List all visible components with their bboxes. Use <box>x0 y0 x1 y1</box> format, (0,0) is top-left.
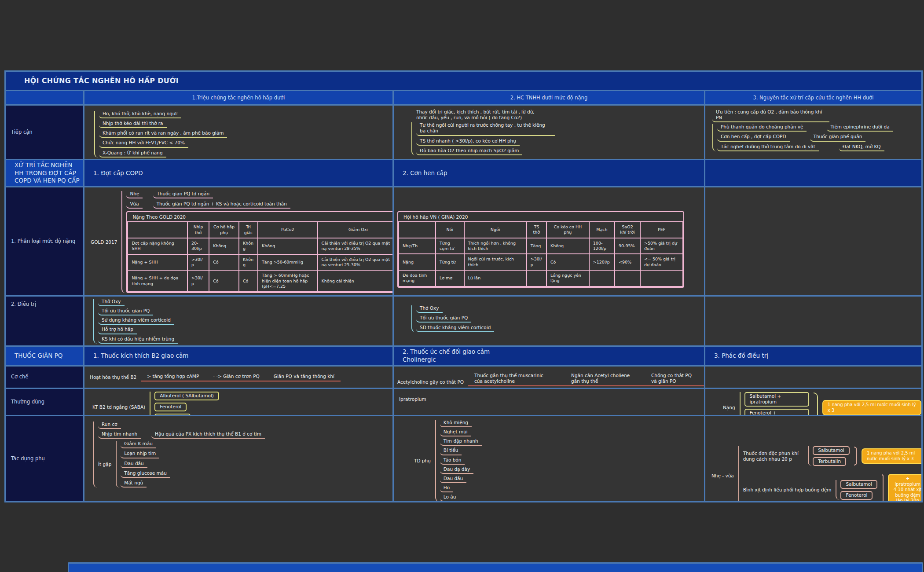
mindmap-node[interactable]: Tiêm epinephrine dưới da <box>827 124 893 132</box>
table-cell[interactable]: Nhịp thở <box>187 222 209 238</box>
mindmap-node[interactable]: Táo bón <box>440 457 465 465</box>
table-cell[interactable]: TS thở <box>527 222 546 238</box>
mindmap-node[interactable]: Ipratropium <box>399 396 426 402</box>
table-cell[interactable]: 90-95% <box>615 238 640 254</box>
table-cell[interactable] <box>640 270 683 286</box>
mindmap-node[interactable]: Ưu tiên : cung cấp đủ O2 , đảm bảo thông… <box>712 109 829 122</box>
col-header-symptoms[interactable]: 1.Triệu chứng tắc nghẽn hô hấp dưới <box>84 91 392 104</box>
mindmap-node[interactable]: Thuốc đơn độc phun khí dung cách nhau 20… <box>743 451 804 462</box>
table-cell[interactable]: Có <box>209 254 239 271</box>
mindmap-node[interactable]: Nhịp thở kéo dài thì thở ra <box>99 121 167 128</box>
mindmap-node[interactable]: Cơn hen cấp , đợt cấp COPD <box>717 134 790 141</box>
table-cell[interactable]: 100-120l/p <box>589 238 615 254</box>
next-section-bar[interactable] <box>68 562 923 572</box>
mindmap-node[interactable]: Vừa <box>126 201 142 209</box>
table-cell[interactable]: Nói <box>436 222 464 238</box>
mindmap-node[interactable]: Hoạt hóa thụ thể B2 <box>90 374 136 381</box>
table-cell[interactable] <box>589 270 615 286</box>
mindmap-node[interactable]: Khám phổi có ran rít và ran ngáy , âm ph… <box>99 130 227 138</box>
table-cell[interactable]: >50% giá trị dự đoán <box>640 238 683 254</box>
mindmap-node[interactable]: SD thuốc kháng viêm corticoid <box>416 325 494 332</box>
mindmap-node[interactable]: Bí tiểu <box>440 447 462 455</box>
mindmap-node[interactable]: Chống co thắt PQ và giãn PQ <box>651 373 698 384</box>
mindmap-node[interactable]: Khô miệng <box>440 420 472 427</box>
mindmap-node[interactable]: Ít gặp <box>98 462 111 467</box>
mindmap-node[interactable]: Chức năng HH với FEV1/FVC < 70% <box>99 140 188 147</box>
col-header-severity[interactable]: 2. HC TNHH dưới mức độ nặng <box>394 91 704 104</box>
mindmap-node[interactable]: Tư thế ngồi cúi người ra trước chống tay… <box>416 122 555 136</box>
mindmap-node[interactable]: Nhẹ - vừa <box>711 473 734 479</box>
table-cell[interactable]: Không <box>239 254 258 271</box>
mindmap-node[interactable]: TD phụ <box>414 458 431 464</box>
mindmap-node[interactable]: Thuốc giãn phế quản <box>810 134 866 141</box>
table-cell[interactable]: Thích ngồi hơn , không kích thích <box>464 238 527 254</box>
mindmap-node[interactable]: Lo âu <box>440 494 460 501</box>
col-header-principles[interactable]: 3. Nguyên tắc xử trí cấp cứu tắc nghẽn H… <box>705 91 921 104</box>
mindmap-node[interactable]: Đau đầu <box>440 476 466 483</box>
table-cell[interactable]: >30l/p <box>187 254 209 271</box>
mindmap-node[interactable]: Tối ưu thuốc giãn PQ <box>98 308 153 315</box>
mindmap-node[interactable]: Run cơ <box>98 422 121 429</box>
table-cell[interactable]: Nặng + SHH + đe dọa tính mạng <box>128 270 187 292</box>
table-cell[interactable]: Nhẹ/Tb <box>399 238 436 254</box>
table-cell[interactable]: Nặng + SHH <box>128 254 187 271</box>
table-cell[interactable]: Mạch <box>589 222 615 238</box>
table-cell[interactable]: Tri giác <box>239 222 258 238</box>
mindmap-node[interactable]: X-Quang : Ứ khí phế nang <box>99 150 166 158</box>
table-title[interactable]: Nặng Theo GOLD 2020 <box>127 212 392 221</box>
mindmap-node[interactable]: Bình xịt định liều phối hợp buồng đệm <box>743 487 832 493</box>
section-phacdo[interactable]: 3. Phác đồ điều trị <box>705 347 921 365</box>
mindmap-node[interactable]: > tăng tổng hợp cAMP <box>147 374 199 379</box>
table-cell[interactable]: Cơ hô hấp phụ <box>209 222 239 238</box>
mindmap-node[interactable]: Thuốc giãn PQ td ngắn <box>153 191 213 198</box>
mindmap-node[interactable]: Ho, khó thở, khò khè, nặng ngực <box>99 111 181 118</box>
dosage-note[interactable]: + ipratropium 4-10 nhát xịt buồng đệm lặ… <box>888 474 921 501</box>
drug-pill[interactable]: Terbutalin <box>813 457 846 466</box>
section-hen-cap[interactable]: 2. Cơn hen cấp <box>394 160 704 186</box>
mindmap-node[interactable]: Đặt NKQ, mở KQ <box>839 144 884 151</box>
mindmap-node[interactable]: Nghẹt mũi <box>440 429 471 436</box>
drug-pill[interactable]: Albuterol ( SAlbutamol) <box>154 392 219 400</box>
mindmap-node[interactable]: Hỗ trợ hô hấp <box>98 326 137 334</box>
mindmap-node[interactable]: Mất ngủ <box>121 480 147 488</box>
mindmap-node[interactable]: Thuốc giãn PQ td ngắn + KS và hoặc corti… <box>153 201 290 209</box>
mindmap-node[interactable]: Đau dạ dày <box>440 466 473 474</box>
drug-pill[interactable]: Terbutaline <box>154 414 191 415</box>
mindmap-node[interactable]: Đau đầu <box>121 461 147 468</box>
mindmap-node[interactable]: Giãn PQ và tăng thông khí <box>274 374 334 379</box>
sheet-title[interactable]: HỘI CHỨNG TẮC NGHẼN HÔ HẤP DƯỚI <box>6 72 921 90</box>
table-cell[interactable]: Tăng >50-60mmHg <box>258 254 318 271</box>
table-cell[interactable]: Lồng ngực yên lặng <box>546 270 589 286</box>
table-cell[interactable]: Lơ mơ <box>436 270 464 286</box>
mindmap-node[interactable]: Nhẹ <box>126 191 143 198</box>
section-label-xutri[interactable]: XỬ TRÍ TẮC NGHẼN HH TRONG ĐỢT CẤP COPD V… <box>6 160 83 186</box>
row-label-thuongdung[interactable]: Thường dùng <box>6 389 83 415</box>
mindmap-node[interactable]: Tối ưu thuốc giãn PQ <box>416 315 471 323</box>
mindmap-node[interactable]: Acetylcholine gây co thắt PQ <box>397 379 464 386</box>
table-cell[interactable]: Cải thiện với điều trị O2 qua mặt nạ ven… <box>318 238 392 254</box>
table-cell[interactable]: >120l/p <box>589 254 615 270</box>
mindmap-node[interactable]: - -> Giãn cơ trơn PQ <box>213 374 260 379</box>
mindmap-node[interactable]: Tăng glucose máu <box>121 470 170 478</box>
mindmap-node[interactable]: KT B2 td ngắng (SABA) <box>92 404 145 410</box>
mindmap-node[interactable]: Sử dụng kháng viêm corticoid <box>98 317 174 325</box>
drug-pill[interactable]: Fenoterol <box>840 491 873 500</box>
table-cell[interactable]: Nặng <box>399 254 436 270</box>
mindmap-node[interactable]: Tim đập nhanh <box>440 438 482 446</box>
table-cell[interactable]: Đe dọa tính mạng <box>399 270 436 286</box>
table-cell[interactable]: Cải thiện với điều trị O2 qua mặt nạ ven… <box>318 254 392 271</box>
mindmap-node[interactable]: Thay đổi tri giác, kịch thích , bứt rứt,… <box>416 109 539 121</box>
mindmap-node[interactable]: GOLD 2017 <box>91 239 117 245</box>
row-label-dieutri[interactable]: 2. Điều trị <box>6 297 83 345</box>
section-label-thuocgianpq[interactable]: THUỐC GIÃN PQ <box>6 347 83 365</box>
mindmap-node[interactable]: Phù thanh quản do choáng phản vệ <box>717 124 807 132</box>
table-cell[interactable]: Không <box>239 238 258 254</box>
section-cholinergic[interactable]: 2. Thuốc ức chế đối giao cảm Cholinergic <box>394 347 704 365</box>
table-cell[interactable]: Đợt cấp nặng không SHH <box>128 238 187 254</box>
table-cell[interactable]: Ngồi <box>464 222 527 238</box>
table-cell[interactable]: Co kéo cơ HH phụ <box>546 222 589 238</box>
table-cell[interactable]: Có <box>546 254 589 270</box>
mindmap-node[interactable]: Nặng <box>723 405 735 411</box>
mindmap-node[interactable]: KS khi có dấu hiệu nhiễm trùng <box>98 336 178 344</box>
drug-pill[interactable]: Salbutamol <box>840 480 877 489</box>
